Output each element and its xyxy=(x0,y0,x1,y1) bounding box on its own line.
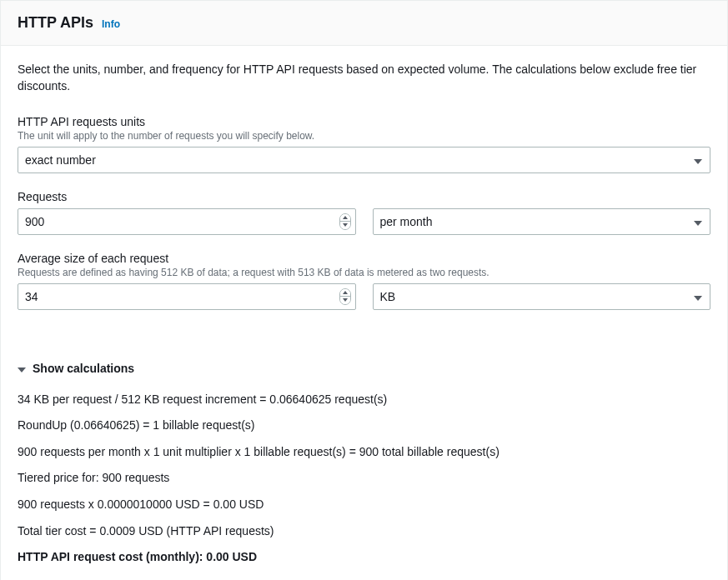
requests-frequency-select[interactable]: per month xyxy=(373,208,711,235)
calc-line: Total tier cost = 0.0009 USD (HTTP API r… xyxy=(18,523,710,540)
requests-step-down-button[interactable] xyxy=(340,222,350,229)
avg-size-number-wrap xyxy=(18,283,356,310)
panel-header: HTTP APIs Info xyxy=(1,1,727,46)
chevron-up-icon xyxy=(343,216,348,219)
avg-size-field: Average size of each request Requests ar… xyxy=(18,252,710,310)
avg-size-number-input[interactable] xyxy=(18,283,356,310)
panel-body: Select the units, number, and frequency … xyxy=(1,46,727,580)
units-select-wrap: exact number xyxy=(18,147,710,173)
units-field: HTTP API requests units The unit will ap… xyxy=(18,115,710,173)
http-apis-panel: HTTP APIs Info Select the units, number,… xyxy=(0,0,728,580)
avg-size-step-down-button[interactable] xyxy=(340,297,350,304)
calc-line: 900 requests x 0.0000010000 USD = 0.00 U… xyxy=(18,497,710,513)
info-link[interactable]: Info xyxy=(102,18,120,30)
avg-size-unit-select[interactable]: KB xyxy=(373,283,711,310)
calc-line: RoundUp (0.06640625) = 1 billable reques… xyxy=(18,418,710,434)
requests-field: Requests xyxy=(18,190,710,235)
chevron-down-icon xyxy=(343,298,348,302)
show-calculations-toggle[interactable]: Show calculations xyxy=(18,362,710,375)
calc-line: 900 requests per month x 1 unit multipli… xyxy=(18,444,710,461)
avg-size-hint: Requests are defined as having 512 KB of… xyxy=(18,267,710,278)
calc-line: 34 KB per request / 512 KB request incre… xyxy=(18,392,710,408)
avg-size-label: Average size of each request xyxy=(18,252,710,265)
chevron-up-icon xyxy=(343,291,348,294)
avg-size-unit-wrap: KB xyxy=(373,283,711,310)
calc-line: Tiered price for: 900 requests xyxy=(18,470,710,487)
requests-number-wrap xyxy=(18,208,356,235)
avg-size-step-up-button[interactable] xyxy=(340,289,350,298)
calculations-block: 34 KB per request / 512 KB request incre… xyxy=(18,392,710,566)
requests-frequency-wrap: per month xyxy=(373,208,711,235)
panel-title: HTTP APIs xyxy=(18,14,93,32)
chevron-down-icon xyxy=(343,223,348,227)
units-label: HTTP API requests units xyxy=(18,115,710,128)
units-hint: The unit will apply to the number of req… xyxy=(18,130,710,142)
requests-step-up-button[interactable] xyxy=(340,214,350,222)
chevron-down-icon xyxy=(18,362,26,375)
show-calculations-label: Show calculations xyxy=(33,362,134,375)
calc-total: HTTP API request cost (monthly): 0.00 US… xyxy=(18,549,710,566)
requests-label: Requests xyxy=(18,190,710,203)
units-select[interactable]: exact number xyxy=(18,147,710,173)
description-text: Select the units, number, and frequency … xyxy=(18,61,710,95)
requests-number-input[interactable] xyxy=(18,208,356,235)
